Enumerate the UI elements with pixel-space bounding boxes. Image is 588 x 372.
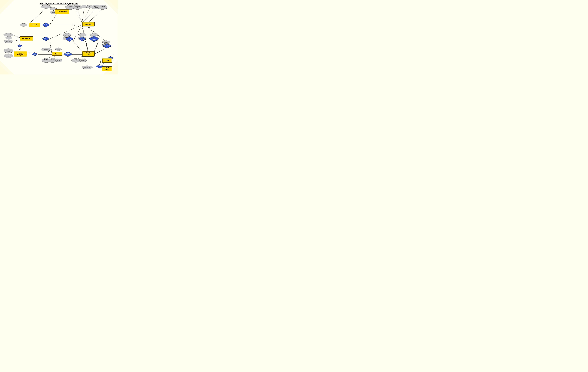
rel-has-prod-label: Has [34,54,36,55]
attr-ent-prodname-label2: name [45,60,48,62]
entity-shoppingcart-label2: Cart [87,54,90,55]
entity-userid-label: User ID [32,24,37,26]
attr-del-qty-label: Quantity [65,34,69,35]
has-product-category-label: Has Product [29,52,34,53]
has-product-category-label2: Category [30,53,33,54]
svg-line-11 [75,9,82,23]
attr-userid-label: User ID [22,24,25,26]
attr-add-qty-label: Quantity [80,34,84,35]
rel-deleteitem-label: Delete [68,37,71,39]
svg-line-15 [82,9,96,23]
svg-line-63 [94,43,98,52]
entity-enitity-label: Enitity [55,53,59,55]
entity-department-label: Department [22,38,30,39]
svg-line-64 [94,43,98,52]
attr-cat-name-label: Category [6,50,11,51]
attr-creditcard-label2: info [102,7,104,9]
rel-deleteitem-label2: item [68,39,71,40]
attr-cat-id-label2: ID [8,56,9,57]
attr-email-label: Email [83,6,85,7]
rel-login-label: Login [44,24,47,26]
attr-ent-prodid-label: Product [51,59,54,60]
er-diagram-page: ER Diagram for Online Shopping Cart [0,0,118,74]
entity-orderdetails-label: Order [105,67,109,69]
rel-relationship-label2: ship [67,54,69,55]
attr-cat-id-label: Category [6,54,11,56]
svg-line-62 [86,43,88,52]
er-diagram-svg: Password Name Email Customer Name Shoppi… [0,0,118,74]
rel-shoppinginfo-label: Shoppinginfo [96,65,104,66]
rel-selects-label: Selects [44,38,48,40]
attr-phone-label: Phone [94,6,97,7]
attr-address-label: Address [88,6,92,7]
page-title-overlay: ER Diagram for Online Shopping Cart [0,1,118,5]
entity-orderdetails-label2: details [105,69,109,70]
attr-cust-name-label2: Name [69,7,72,9]
attr-dept-dept-label: Department [6,34,11,35]
attr-shopping-info-label2: info [77,7,78,9]
attr-sc-dateadded-label2: added [74,60,77,62]
entity-administrator-label: Administrator [58,11,67,13]
attr-ent-prodname-label: Product [44,59,48,60]
rel-has-dept-label: Has [19,45,21,47]
attr-dept-name-label: Name [7,37,10,39]
attr-adm-name-label: Name [52,8,55,10]
rel-relationship-label: Relation- [65,53,71,54]
rel-updateqty-label2: Quantity [92,39,96,40]
svg-line-65 [94,48,107,54]
attr-shopping-info-label: Shopping [75,6,80,7]
attr-sc-cardid-label: CardID [81,60,85,61]
attr-creditcard-label: Creditcard [100,6,105,7]
attr-phone-label2: Number [94,7,98,8]
rel-additem-label2: item [81,39,84,40]
svg-line-43 [50,43,52,53]
entity-customer-label: Customer [85,23,92,25]
attr-cust-name-label: Customer [68,6,73,7]
rel-checkout-label: Checkout [104,45,110,47]
attr-ent-prodid-label2: ID [52,60,53,62]
attr-ent-price-label: Price [57,49,60,50]
attr-shinfo-label: Shopping info [84,67,90,68]
attr-upd-qty-label: Quantity [92,34,96,35]
rel-additem-label: Add [81,37,83,39]
attr-dept-desc-label: Description [6,41,11,42]
svg-line-21 [29,9,46,23]
entity-shoppingcart-label: Shopping [85,52,91,54]
entity-order-label: Order [105,60,109,61]
attr-password-label: Password [44,6,48,7]
svg-line-32 [12,38,20,38]
svg-line-31 [13,35,20,38]
svg-line-16 [88,10,102,23]
attr-cat-name-label2: name [7,51,10,52]
svg-line-60 [73,41,82,52]
attr-adm-email-label: Email [52,12,55,13]
attr-sc-dateadded-label: Date [74,59,77,60]
svg-line-42 [50,43,52,53]
svg-line-14 [82,8,90,23]
attr-ent-desc-label: Description [43,49,49,50]
svg-line-12 [78,10,82,23]
entity-productcategory-label: Product [18,52,23,54]
svg-line-13 [82,8,84,23]
entity-productcategory-label2: Category [17,54,23,56]
svg-line-17 [50,12,58,25]
svg-line-33 [13,40,20,41]
attr-ent-image-label: Image [57,60,60,61]
rel-updateqty-label: Update [92,37,96,39]
attr-chk-qty-label: Quantity [104,42,108,43]
svg-line-61 [86,43,88,52]
